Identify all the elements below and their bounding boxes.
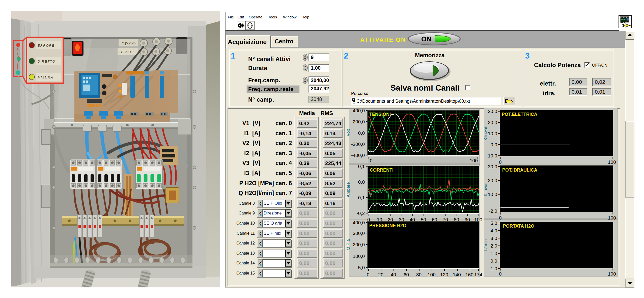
svg-text:DIRETTO: DIRETTO	[38, 60, 55, 63]
svg-text:ERRORE: ERRORE	[38, 44, 55, 47]
svg-text:0: 0	[260, 213, 262, 217]
svg-text:I: I	[259, 220, 260, 224]
svg-text:0: 0	[260, 274, 262, 277]
svg-text:I: I	[259, 230, 260, 234]
svg-text:0: 0	[260, 254, 262, 257]
svg-text:I: I	[259, 240, 260, 243]
svg-text:I: I	[259, 260, 260, 263]
svg-text:I1|I2|I3: I1|I2|I3	[119, 50, 131, 54]
svg-text:I: I	[259, 270, 260, 274]
svg-text:V1|V2|V3: V1|V2|V3	[120, 41, 136, 45]
svg-text:I: I	[259, 250, 260, 254]
svg-text:MISURA: MISURA	[38, 75, 53, 79]
svg-text:I: I	[259, 200, 260, 204]
svg-text:0: 0	[260, 224, 262, 227]
svg-text:ON: ON	[421, 35, 432, 43]
svg-text:0: 0	[260, 263, 262, 267]
svg-text:0: 0	[260, 204, 262, 207]
svg-text:0: 0	[260, 243, 262, 247]
svg-text:0: 0	[260, 234, 262, 237]
svg-text:I: I	[259, 210, 260, 213]
